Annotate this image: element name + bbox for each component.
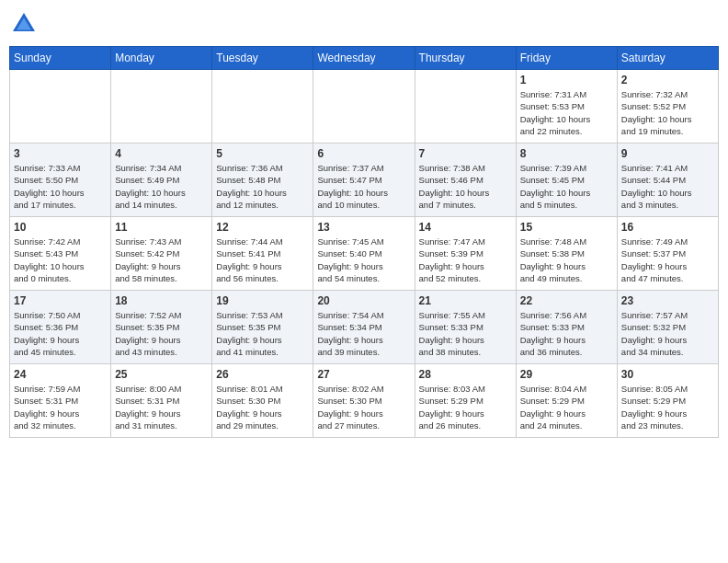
weekday-header: Tuesday	[212, 47, 313, 70]
day-info: Sunrise: 7:49 AM Sunset: 5:37 PM Dayligh…	[621, 236, 714, 284]
calendar-cell: 18Sunrise: 7:52 AM Sunset: 5:35 PM Dayli…	[111, 291, 212, 364]
logo-icon	[9, 9, 39, 39]
calendar-week-row: 24Sunrise: 7:59 AM Sunset: 5:31 PM Dayli…	[10, 364, 719, 438]
day-number: 13	[317, 221, 410, 234]
day-info: Sunrise: 7:57 AM Sunset: 5:32 PM Dayligh…	[621, 309, 714, 358]
day-number: 28	[419, 368, 512, 381]
weekday-header: Monday	[111, 47, 212, 70]
day-number: 20	[317, 294, 410, 307]
day-number: 7	[419, 147, 512, 160]
page-header	[9, 9, 719, 39]
day-number: 17	[14, 294, 107, 307]
day-info: Sunrise: 7:43 AM Sunset: 5:42 PM Dayligh…	[115, 236, 208, 284]
logo	[9, 9, 42, 39]
calendar-cell: 1Sunrise: 7:31 AM Sunset: 5:53 PM Daylig…	[516, 70, 617, 144]
day-number: 27	[317, 368, 410, 381]
day-number: 24	[14, 368, 107, 381]
day-info: Sunrise: 8:02 AM Sunset: 5:30 PM Dayligh…	[317, 383, 410, 431]
calendar-cell: 6Sunrise: 7:37 AM Sunset: 5:47 PM Daylig…	[313, 144, 415, 217]
calendar-cell: 13Sunrise: 7:45 AM Sunset: 5:40 PM Dayli…	[313, 217, 415, 291]
day-info: Sunrise: 7:34 AM Sunset: 5:49 PM Dayligh…	[115, 162, 208, 211]
calendar-cell: 3Sunrise: 7:33 AM Sunset: 5:50 PM Daylig…	[10, 144, 111, 217]
day-number: 30	[621, 368, 714, 381]
day-number: 9	[621, 147, 714, 160]
calendar-cell: 22Sunrise: 7:56 AM Sunset: 5:33 PM Dayli…	[516, 291, 617, 364]
calendar-cell: 27Sunrise: 8:02 AM Sunset: 5:30 PM Dayli…	[313, 364, 415, 438]
calendar-cell: 7Sunrise: 7:38 AM Sunset: 5:46 PM Daylig…	[415, 144, 516, 217]
day-info: Sunrise: 7:42 AM Sunset: 5:43 PM Dayligh…	[14, 236, 107, 284]
calendar-cell: 24Sunrise: 7:59 AM Sunset: 5:31 PM Dayli…	[10, 364, 111, 438]
day-number: 6	[317, 147, 410, 160]
calendar-week-row: 3Sunrise: 7:33 AM Sunset: 5:50 PM Daylig…	[10, 144, 719, 217]
day-info: Sunrise: 7:41 AM Sunset: 5:44 PM Dayligh…	[621, 162, 714, 211]
day-info: Sunrise: 7:45 AM Sunset: 5:40 PM Dayligh…	[317, 236, 410, 284]
calendar-cell: 28Sunrise: 8:03 AM Sunset: 5:29 PM Dayli…	[415, 364, 516, 438]
day-info: Sunrise: 8:03 AM Sunset: 5:29 PM Dayligh…	[419, 383, 512, 431]
day-info: Sunrise: 7:44 AM Sunset: 5:41 PM Dayligh…	[216, 236, 309, 284]
day-info: Sunrise: 7:55 AM Sunset: 5:33 PM Dayligh…	[419, 309, 512, 358]
calendar-cell: 14Sunrise: 7:47 AM Sunset: 5:39 PM Dayli…	[415, 217, 516, 291]
day-info: Sunrise: 8:01 AM Sunset: 5:30 PM Dayligh…	[216, 383, 309, 431]
calendar-cell: 30Sunrise: 8:05 AM Sunset: 5:29 PM Dayli…	[617, 364, 718, 438]
calendar-cell: 26Sunrise: 8:01 AM Sunset: 5:30 PM Dayli…	[212, 364, 313, 438]
calendar-cell: 25Sunrise: 8:00 AM Sunset: 5:31 PM Dayli…	[111, 364, 212, 438]
calendar-week-row: 10Sunrise: 7:42 AM Sunset: 5:43 PM Dayli…	[10, 217, 719, 291]
calendar-cell	[212, 70, 313, 144]
weekday-header: Sunday	[10, 47, 111, 70]
day-info: Sunrise: 7:32 AM Sunset: 5:52 PM Dayligh…	[621, 88, 714, 137]
day-info: Sunrise: 7:36 AM Sunset: 5:48 PM Dayligh…	[216, 162, 309, 211]
day-number: 15	[520, 221, 613, 234]
day-info: Sunrise: 7:47 AM Sunset: 5:39 PM Dayligh…	[419, 236, 512, 284]
calendar-cell: 16Sunrise: 7:49 AM Sunset: 5:37 PM Dayli…	[617, 217, 718, 291]
day-number: 1	[520, 74, 613, 86]
day-info: Sunrise: 7:33 AM Sunset: 5:50 PM Dayligh…	[14, 162, 107, 211]
day-number: 5	[216, 147, 309, 160]
calendar-cell	[415, 70, 516, 144]
day-number: 10	[14, 221, 107, 234]
day-number: 19	[216, 294, 309, 307]
calendar-cell: 10Sunrise: 7:42 AM Sunset: 5:43 PM Dayli…	[10, 217, 111, 291]
day-info: Sunrise: 7:50 AM Sunset: 5:36 PM Dayligh…	[14, 309, 107, 358]
day-info: Sunrise: 7:39 AM Sunset: 5:45 PM Dayligh…	[520, 162, 613, 211]
calendar-cell: 12Sunrise: 7:44 AM Sunset: 5:41 PM Dayli…	[212, 217, 313, 291]
calendar-week-row: 1Sunrise: 7:31 AM Sunset: 5:53 PM Daylig…	[10, 70, 719, 144]
day-info: Sunrise: 8:05 AM Sunset: 5:29 PM Dayligh…	[621, 383, 714, 431]
day-info: Sunrise: 8:00 AM Sunset: 5:31 PM Dayligh…	[115, 383, 208, 431]
day-number: 25	[115, 368, 208, 381]
calendar-cell: 20Sunrise: 7:54 AM Sunset: 5:34 PM Dayli…	[313, 291, 415, 364]
day-number: 8	[520, 147, 613, 160]
day-info: Sunrise: 7:54 AM Sunset: 5:34 PM Dayligh…	[317, 309, 410, 358]
day-number: 23	[621, 294, 714, 307]
calendar-table: SundayMondayTuesdayWednesdayThursdayFrid…	[9, 46, 719, 438]
calendar-cell: 11Sunrise: 7:43 AM Sunset: 5:42 PM Dayli…	[111, 217, 212, 291]
calendar-cell: 2Sunrise: 7:32 AM Sunset: 5:52 PM Daylig…	[617, 70, 718, 144]
calendar-cell: 21Sunrise: 7:55 AM Sunset: 5:33 PM Dayli…	[415, 291, 516, 364]
day-number: 26	[216, 368, 309, 381]
day-number: 14	[419, 221, 512, 234]
day-info: Sunrise: 7:52 AM Sunset: 5:35 PM Dayligh…	[115, 309, 208, 358]
day-number: 11	[115, 221, 208, 234]
day-number: 22	[520, 294, 613, 307]
day-number: 16	[621, 221, 714, 234]
day-info: Sunrise: 7:59 AM Sunset: 5:31 PM Dayligh…	[14, 383, 107, 431]
calendar-cell: 15Sunrise: 7:48 AM Sunset: 5:38 PM Dayli…	[516, 217, 617, 291]
calendar-cell: 4Sunrise: 7:34 AM Sunset: 5:49 PM Daylig…	[111, 144, 212, 217]
calendar-cell	[10, 70, 111, 144]
day-number: 3	[14, 147, 107, 160]
day-info: Sunrise: 7:38 AM Sunset: 5:46 PM Dayligh…	[419, 162, 512, 211]
day-info: Sunrise: 7:53 AM Sunset: 5:35 PM Dayligh…	[216, 309, 309, 358]
calendar-week-row: 17Sunrise: 7:50 AM Sunset: 5:36 PM Dayli…	[10, 291, 719, 364]
day-info: Sunrise: 7:31 AM Sunset: 5:53 PM Dayligh…	[520, 88, 613, 137]
calendar-cell	[111, 70, 212, 144]
calendar-cell: 9Sunrise: 7:41 AM Sunset: 5:44 PM Daylig…	[617, 144, 718, 217]
day-info: Sunrise: 7:37 AM Sunset: 5:47 PM Dayligh…	[317, 162, 410, 211]
day-number: 21	[419, 294, 512, 307]
calendar-cell: 8Sunrise: 7:39 AM Sunset: 5:45 PM Daylig…	[516, 144, 617, 217]
calendar-cell	[313, 70, 415, 144]
day-number: 4	[115, 147, 208, 160]
calendar-cell: 29Sunrise: 8:04 AM Sunset: 5:29 PM Dayli…	[516, 364, 617, 438]
day-number: 29	[520, 368, 613, 381]
weekday-header: Wednesday	[313, 47, 415, 70]
day-number: 2	[621, 74, 714, 86]
day-number: 18	[115, 294, 208, 307]
